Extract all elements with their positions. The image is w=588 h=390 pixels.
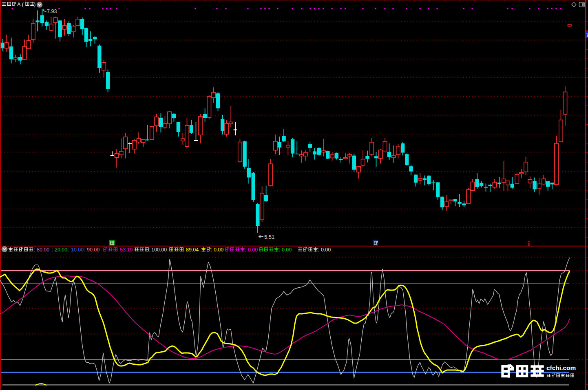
svg-text:s: s	[528, 242, 530, 247]
svg-text:: 0.00: : 0.00	[318, 247, 331, 253]
svg-text:: 20.00: : 20.00	[52, 247, 67, 253]
svg-text:5.51: 5.51	[264, 234, 274, 240]
svg-text:cfchi.com: cfchi.com	[546, 364, 576, 371]
svg-text:7: 7	[586, 32, 588, 38]
svg-text:): )	[34, 1, 35, 7]
svg-text:A (: A (	[17, 1, 24, 7]
svg-text:: 0.00: : 0.00	[211, 247, 223, 253]
svg-text:: 0.00: : 0.00	[279, 247, 292, 253]
svg-text:7.93: 7.93	[47, 9, 57, 14]
svg-text:: 100.00: : 100.00	[148, 247, 167, 253]
svg-text:: 89.04: : 89.04	[183, 247, 199, 253]
svg-text:: 80.00: : 80.00	[34, 247, 49, 253]
svg-text:: 10.00: : 10.00	[68, 247, 84, 253]
svg-text:: 0.00: : 0.00	[245, 247, 258, 253]
svg-text:: 90.00: : 90.00	[84, 247, 99, 253]
svg-text:: 53.19: : 53.19	[117, 247, 133, 253]
